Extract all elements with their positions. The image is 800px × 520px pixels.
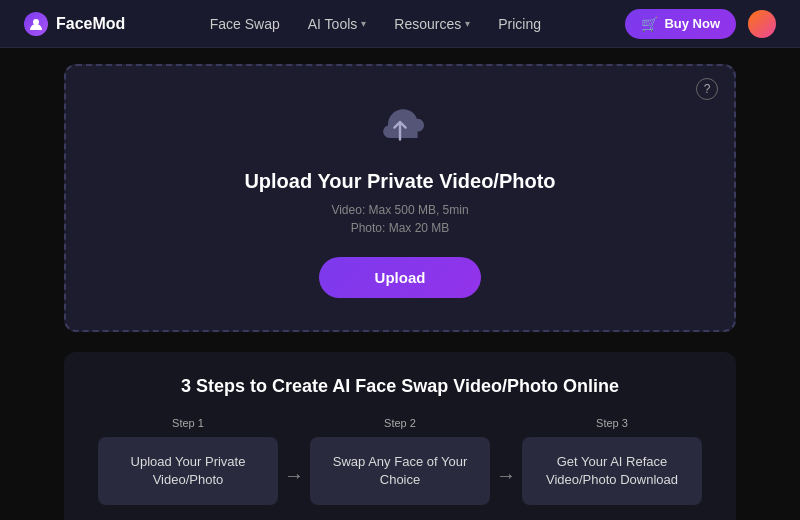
upload-title: Upload Your Private Video/Photo [90, 170, 710, 193]
step-2-box: Swap Any Face of Your Choice [310, 437, 490, 505]
step-1-label: Step 1 [172, 417, 204, 429]
chevron-down-icon: ▾ [465, 18, 470, 29]
logo-text: FaceMod [56, 15, 125, 33]
buy-now-button[interactable]: 🛒 Buy Now [625, 9, 736, 39]
nav-links: Face Swap AI Tools ▾ Resources ▾ Pricing [210, 16, 541, 32]
step-2-label: Step 2 [384, 417, 416, 429]
arrow-icon-1: → [284, 464, 304, 487]
nav-right: 🛒 Buy Now [625, 9, 776, 39]
step-3-label: Step 3 [596, 417, 628, 429]
upload-button[interactable]: Upload [319, 257, 482, 298]
steps-container: Step 1 Upload Your Private Video/Photo →… [96, 417, 704, 505]
nav-ai-tools[interactable]: AI Tools ▾ [308, 16, 367, 32]
navbar: FaceMod Face Swap AI Tools ▾ Resources ▾… [0, 0, 800, 48]
step-1-box: Upload Your Private Video/Photo [98, 437, 278, 505]
upload-photo-limit: Photo: Max 20 MB [90, 221, 710, 235]
main-content: ? Upload Your Private Video/Photo Video:… [0, 48, 800, 520]
steps-title: 3 Steps to Create AI Face Swap Video/Pho… [96, 376, 704, 397]
logo-icon [24, 12, 48, 36]
cloud-upload-icon [90, 98, 710, 154]
step-3: Step 3 Get Your AI Reface Video/Photo Do… [520, 417, 704, 505]
upload-section: ? Upload Your Private Video/Photo Video:… [64, 64, 736, 332]
step-2: Step 2 Swap Any Face of Your Choice [308, 417, 492, 505]
help-icon[interactable]: ? [696, 78, 718, 100]
chevron-down-icon: ▾ [361, 18, 366, 29]
nav-resources[interactable]: Resources ▾ [394, 16, 470, 32]
upload-video-limit: Video: Max 500 MB, 5min [90, 203, 710, 217]
step-3-box: Get Your AI Reface Video/Photo Download [522, 437, 702, 505]
arrow-icon-2: → [496, 464, 516, 487]
nav-pricing[interactable]: Pricing [498, 16, 541, 32]
nav-face-swap[interactable]: Face Swap [210, 16, 280, 32]
cart-icon: 🛒 [641, 16, 658, 32]
steps-section: 3 Steps to Create AI Face Swap Video/Pho… [64, 352, 736, 520]
logo[interactable]: FaceMod [24, 12, 125, 36]
avatar[interactable] [748, 10, 776, 38]
step-1: Step 1 Upload Your Private Video/Photo [96, 417, 280, 505]
